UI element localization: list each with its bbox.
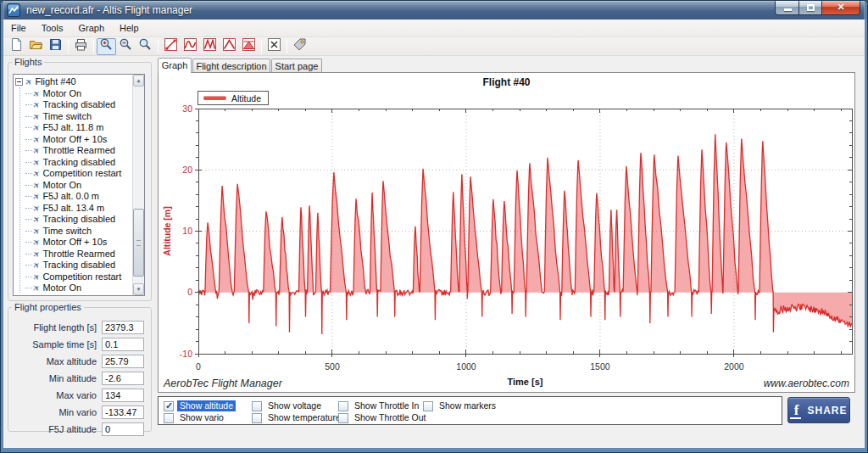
tree-scrollbar[interactable]: ▲ ▼ (132, 75, 144, 295)
checkbox-box[interactable] (338, 401, 348, 411)
scroll-down-icon[interactable]: ▼ (133, 283, 144, 295)
tree-root-label: Flight #40 (35, 76, 75, 88)
tree-item[interactable]: ✈Time switch (14, 111, 132, 123)
checkbox-box[interactable] (338, 413, 348, 423)
tree-item[interactable]: ✈Motor On (14, 282, 132, 294)
tree-item[interactable]: ✈Competition restart (14, 168, 132, 180)
checkbox-label: Show altitude (177, 400, 236, 411)
tree-item[interactable]: ✈Tracking disabled (14, 99, 132, 111)
zoom-in-button[interactable] (97, 38, 116, 55)
menu-tools[interactable]: Tools (34, 20, 71, 36)
clear-graph-button[interactable] (264, 38, 284, 55)
app-window: new_record.afr - Altis Flight manager ✕ … (0, 0, 868, 453)
checkbox-show-vario[interactable]: Show vario (164, 412, 226, 423)
checkbox-label: Show temperature (265, 412, 343, 423)
maximize-button[interactable] (799, 1, 822, 15)
share-button-label: SHARE (807, 405, 847, 417)
minimize-button[interactable] (775, 1, 799, 15)
flights-group-label: Flights (12, 57, 44, 67)
window-title: new_record.afr - Altis Flight manager (26, 1, 192, 20)
tree-root-item[interactable]: ✈ Flight #40 (14, 76, 132, 88)
tree-item-label: Motor On (42, 180, 81, 192)
zoom-out-icon (119, 37, 133, 55)
checkbox-label: Show vario (177, 412, 226, 423)
checkbox-show-throttle-out[interactable]: Show Throttle Out (338, 412, 428, 423)
tree-item-label: Competition restart (42, 168, 121, 180)
tree-item[interactable]: ✈Competition restart (14, 271, 132, 283)
export-tag-button[interactable] (290, 38, 309, 55)
tree-item[interactable]: ✈F5J alt. 0.0 m (14, 191, 132, 203)
open-file-button[interactable] (26, 38, 46, 55)
property-value-field[interactable]: 25.79 (102, 355, 144, 368)
plane-icon: ✈ (31, 259, 43, 272)
tree-item[interactable]: ✈Tracking disabled (14, 157, 132, 169)
save-file-button[interactable] (46, 38, 65, 55)
flights-tree-listbox[interactable]: ✈ Flight #40 ✈Motor On✈Tracking disabled… (13, 74, 145, 296)
website-link: www.aerobtec.com (764, 378, 849, 389)
checkbox-box[interactable] (164, 401, 174, 411)
tree-item[interactable]: ✈F5J alt. 11.8 m (14, 122, 132, 134)
tree-item[interactable]: ✈Throttle Rearmed (14, 249, 132, 260)
checkbox-box[interactable] (423, 401, 433, 411)
tree-item-label: Time switch (42, 226, 92, 238)
svg-text:30: 30 (182, 103, 192, 114)
property-value-field[interactable]: 2379.3 (102, 321, 144, 334)
svg-text:2000: 2000 (724, 361, 744, 372)
scrollbar-thumb[interactable] (133, 209, 144, 277)
tree-item[interactable]: ✈Motor Off + 10s (14, 134, 132, 146)
graph-curve-button[interactable] (181, 38, 200, 55)
checkbox-box[interactable] (252, 413, 262, 423)
checkbox-show-voltage[interactable]: Show voltage (252, 400, 324, 411)
tree-item[interactable]: ✈Motor On (14, 180, 132, 192)
graph-diagonal-button[interactable] (161, 38, 181, 55)
tab-graph[interactable]: Graph (158, 58, 192, 73)
property-value-field[interactable]: -133.47 (102, 405, 144, 419)
checkbox-show-altitude[interactable]: Show altitude (164, 400, 236, 411)
plane-icon: ✈ (31, 178, 43, 192)
altitude-chart[interactable]: 0500100015002000-100102030Altitude [m]Ti… (159, 73, 854, 392)
zoom-out-button[interactable] (116, 38, 136, 55)
property-value-field[interactable]: 0 (102, 422, 144, 436)
checkbox-show-temperature[interactable]: Show temperature (252, 412, 343, 423)
property-row: Max vario134 (12, 389, 147, 402)
checkbox-show-markers[interactable]: Show markers (423, 400, 498, 411)
tree-item-label: Throttle Rearmed (42, 249, 115, 260)
property-row: Min vario-133.47 (12, 405, 147, 419)
tree-item[interactable]: ✈F5J alt. 13.4 m (14, 203, 132, 215)
checkbox-box[interactable] (252, 401, 262, 411)
new-file-button[interactable] (7, 38, 26, 55)
print-button[interactable] (71, 38, 91, 55)
tree-item[interactable]: ✈Tracking disabled (14, 214, 132, 226)
menu-graph[interactable]: Graph (70, 20, 112, 36)
checkbox-show-throttle-in[interactable]: Show Throttle In (338, 400, 421, 411)
tab-start-page[interactable]: Start page (271, 59, 322, 72)
plane-icon: ✈ (31, 201, 43, 215)
menu-file[interactable]: File (3, 20, 34, 36)
tree-item[interactable]: ✈Motor Off + 10s (14, 237, 132, 249)
graph-peak-button[interactable] (220, 38, 239, 55)
tree-item[interactable]: ✈Time switch (14, 226, 132, 238)
tree-item[interactable]: ✈Tracking disabled (14, 260, 132, 271)
maximize-icon (807, 4, 815, 11)
title-bar[interactable]: new_record.afr - Altis Flight manager ✕ (1, 1, 867, 20)
property-value-field[interactable]: 0.1 (102, 338, 144, 351)
checkbox-label: Show Throttle In (352, 400, 421, 411)
tree-item[interactable]: ✈Throttle Rearmed (14, 145, 132, 157)
menu-help[interactable]: Help (112, 20, 147, 36)
checkbox-box[interactable] (164, 413, 174, 423)
property-label: Min altitude (12, 373, 102, 383)
scroll-up-icon[interactable]: ▲ (133, 75, 144, 87)
property-value-field[interactable]: -2.6 (102, 372, 144, 385)
tree-item[interactable]: ✈Tracking disabled (14, 294, 132, 296)
close-button[interactable]: ✕ (822, 1, 860, 15)
graph-double-peak-button[interactable] (200, 38, 220, 55)
property-value-field[interactable]: 134 (102, 389, 144, 402)
tab-flight-description[interactable]: Flight description (192, 59, 270, 72)
tree-item[interactable]: ✈Motor On (14, 88, 132, 100)
plane-icon: ✈ (31, 155, 43, 169)
svg-text:1000: 1000 (456, 361, 476, 372)
graph-area-button[interactable] (239, 38, 259, 55)
facebook-share-button[interactable]: f SHARE (787, 397, 850, 423)
zoom-reset-button[interactable] (136, 38, 155, 55)
plane-icon: ✈ (31, 167, 43, 181)
